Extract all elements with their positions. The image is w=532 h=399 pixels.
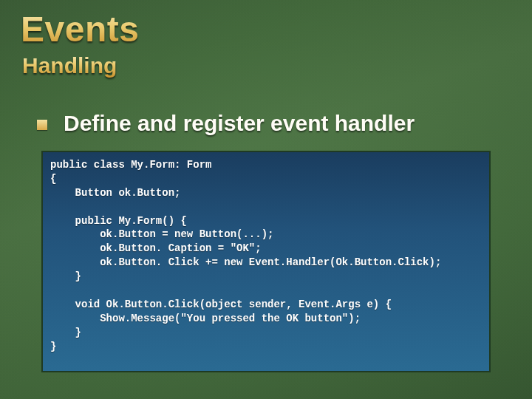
bullet-item: Define and register event handler: [37, 111, 415, 136]
slide-subtitle: Handling: [22, 53, 117, 78]
slide: Events Handling Define and register even…: [0, 0, 532, 399]
bullet-square-icon: [37, 120, 47, 130]
bullet-text: Define and register event handler: [64, 111, 415, 136]
code-block: public class My.Form: Form { Button ok.B…: [41, 151, 491, 372]
slide-title: Events: [21, 9, 139, 50]
